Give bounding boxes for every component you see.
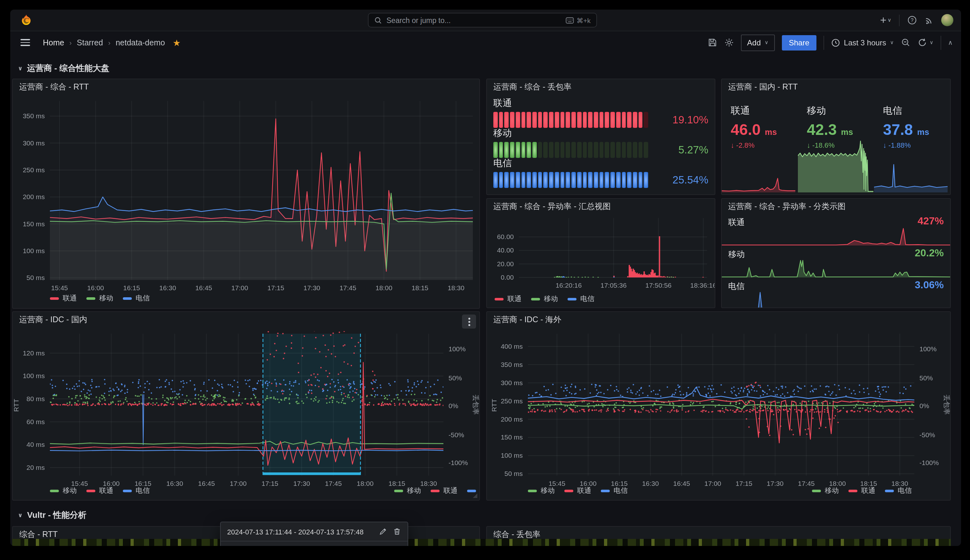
- stat-delta: ↓ -1.88%: [883, 141, 950, 149]
- share-button[interactable]: Share: [782, 35, 816, 50]
- menu-toggle-button[interactable]: [20, 39, 30, 46]
- legend-item[interactable]: 移动: [50, 486, 77, 495]
- breadcrumb-separator: ›: [69, 39, 72, 47]
- legend-item[interactable]: 电信: [123, 293, 150, 303]
- svg-text:120 ms: 120 ms: [23, 349, 45, 357]
- help-button[interactable]: ?: [907, 15, 917, 25]
- time-range-picker[interactable]: Last 3 hours∨: [831, 38, 894, 47]
- svg-text:200 ms: 200 ms: [23, 193, 45, 200]
- grafana-logo-icon[interactable]: [19, 13, 33, 27]
- dashboard-settings-button[interactable]: [724, 38, 734, 47]
- legend-item[interactable]: 移动: [528, 486, 555, 495]
- svg-text:80 ms: 80 ms: [27, 395, 45, 402]
- panel-title[interactable]: 运营商 - 综合 - RTT: [13, 79, 479, 95]
- legend-item[interactable]: 电信: [567, 294, 594, 303]
- collapse-toolbar-button[interactable]: ∧: [948, 39, 953, 46]
- gauge-row-telecom: 电信 25.54%: [493, 157, 708, 188]
- chart-legend[interactable]: 联通移动电信: [50, 293, 150, 303]
- search-placeholder: Search or jump to...: [386, 16, 561, 24]
- gauge-label: 电信: [493, 157, 708, 169]
- gear-icon: [724, 38, 734, 47]
- screen: Search or jump to... ⌘+k ∨ ? Home: [0, 0, 970, 560]
- idc-domestic-chart[interactable]: 20 ms40 ms60 ms80 ms100 ms120 ms15:4516:…: [13, 312, 479, 500]
- news-button[interactable]: [925, 16, 933, 25]
- stat-telecom[interactable]: 电信 37.8 ms ↓ -1.88%: [874, 95, 950, 194]
- gauge-cells[interactable]: [493, 172, 648, 188]
- y2-axis-label: 丢包率: [942, 387, 951, 423]
- svg-text:100 ms: 100 ms: [501, 452, 523, 459]
- chart-legend[interactable]: 联通移动电信: [495, 294, 594, 303]
- rtt-overview-chart[interactable]: 50 ms100 ms150 ms200 ms250 ms300 ms350 m…: [13, 79, 479, 308]
- idc-overseas-chart[interactable]: 50 ms100 ms150 ms200 ms250 ms300 ms350 m…: [487, 312, 950, 500]
- legend-item[interactable]: 联通: [564, 486, 591, 495]
- svg-text:17:45: 17:45: [325, 480, 342, 487]
- svg-text:18:00: 18:00: [357, 480, 374, 487]
- breadcrumb-home[interactable]: Home: [43, 38, 64, 47]
- gauge-cells[interactable]: [493, 142, 648, 158]
- chart-legend[interactable]: 移动联通电信: [394, 486, 480, 495]
- favorite-star-icon[interactable]: ★: [173, 37, 181, 48]
- legend-item[interactable]: 移动: [531, 294, 558, 303]
- legend-item[interactable]: 移动: [394, 486, 421, 495]
- row-header-vultr[interactable]: ∨ Vultr - 性能分析: [18, 510, 86, 521]
- svg-text:250 ms: 250 ms: [23, 166, 45, 173]
- panel-title[interactable]: 运营商 - 综合 - 异动率 - 分类示图: [722, 199, 950, 214]
- svg-text:20 ms: 20 ms: [27, 464, 45, 471]
- search-input[interactable]: Search or jump to... ⌘+k: [368, 13, 597, 27]
- panel-title[interactable]: 运营商 - 国内 - RTT: [722, 79, 950, 95]
- legend-item[interactable]: 联通: [50, 293, 77, 303]
- anomaly-sparkline: [722, 291, 950, 308]
- svg-text:16:45: 16:45: [198, 480, 215, 487]
- row-header-carrier[interactable]: ∨ 运营商 - 综合性能大盘: [18, 63, 109, 74]
- annotation-header: 2024-07-13 17:11:44 - 2024-07-13 17:57:4…: [221, 522, 408, 542]
- svg-text:50 ms: 50 ms: [505, 470, 523, 477]
- panel-title[interactable]: 运营商 - IDC - 海外: [487, 312, 950, 327]
- gauge-label: 联通: [493, 97, 708, 109]
- panel-domestic-rtt-stat: 运营商 - 国内 - RTT 联通 46.0 ms ↓ -2.8% 移动 42.…: [721, 78, 951, 195]
- legend-item[interactable]: 电信: [123, 486, 150, 495]
- legend-item[interactable]: 联通: [848, 486, 875, 495]
- clock-icon: [831, 38, 840, 47]
- dashboard-canvas: ∨ 运营商 - 综合性能大盘 运营商 - 综合 - RTT 50 ms100 m…: [10, 54, 961, 546]
- panel-menu-button[interactable]: [462, 315, 476, 328]
- edit-annotation-button[interactable]: [379, 527, 387, 536]
- legend-item[interactable]: 联通: [431, 486, 458, 495]
- chart-legend[interactable]: 移动联通电信: [50, 486, 150, 495]
- stat-unicom[interactable]: 联通 46.0 ms ↓ -2.8%: [722, 95, 798, 194]
- anomaly-row-mobile[interactable]: 移动 20.2%: [722, 249, 950, 278]
- avatar[interactable]: [941, 14, 953, 26]
- delete-annotation-button[interactable]: [393, 527, 401, 536]
- refresh-button[interactable]: ∨: [918, 38, 933, 47]
- svg-text:16:15: 16:15: [123, 284, 140, 292]
- add-panel-button[interactable]: Add∨: [741, 34, 774, 51]
- svg-text:-50%: -50%: [920, 431, 935, 438]
- panel-title[interactable]: 运营商 - IDC - 国内: [13, 312, 479, 327]
- top-nav: Search or jump to... ⌘+k ∨ ?: [10, 10, 961, 31]
- svg-text:18:15: 18:15: [411, 284, 428, 292]
- svg-text:100%: 100%: [448, 345, 466, 353]
- add-menu-button[interactable]: ∨: [879, 16, 891, 24]
- breadcrumb-starred[interactable]: Starred: [77, 38, 103, 47]
- breadcrumb-dashboard[interactable]: netdata-demo: [115, 38, 165, 47]
- legend-item[interactable]: 移动: [86, 293, 113, 303]
- legend-item[interactable]: 电信: [601, 486, 628, 495]
- legend-item[interactable]: 联通: [495, 294, 522, 303]
- svg-text:350 ms: 350 ms: [23, 112, 45, 120]
- chart-legend[interactable]: 移动联通电信: [528, 486, 628, 495]
- gauge-cells[interactable]: [493, 112, 648, 128]
- panel-title[interactable]: 运营商 - 综合 - 异动率 - 汇总视图: [487, 199, 715, 214]
- zoom-out-button[interactable]: [901, 38, 910, 47]
- legend-item[interactable]: 电信: [885, 486, 912, 495]
- panel-title[interactable]: 运营商 - 综合 - 丢包率: [487, 79, 715, 95]
- anomaly-row-telecom[interactable]: 电信 3.06%: [722, 281, 950, 308]
- chart-legend[interactable]: 移动联通电信: [812, 486, 912, 495]
- resize-handle[interactable]: [473, 493, 477, 498]
- anomaly-row-unicom[interactable]: 联通 427%: [722, 217, 950, 246]
- svg-text:16:45: 16:45: [673, 480, 690, 487]
- legend-item[interactable]: 移动: [812, 486, 839, 495]
- legend-item[interactable]: 联通: [86, 486, 113, 495]
- anomaly-summary-chart[interactable]: 0.0020.0040.0060.0016:20:1617:05:3617:50…: [487, 199, 715, 307]
- stat-mobile[interactable]: 移动 42.3 ms ↓ -18.6%: [798, 95, 874, 194]
- save-dashboard-button[interactable]: [707, 38, 717, 47]
- heatmap-strip: [12, 539, 951, 546]
